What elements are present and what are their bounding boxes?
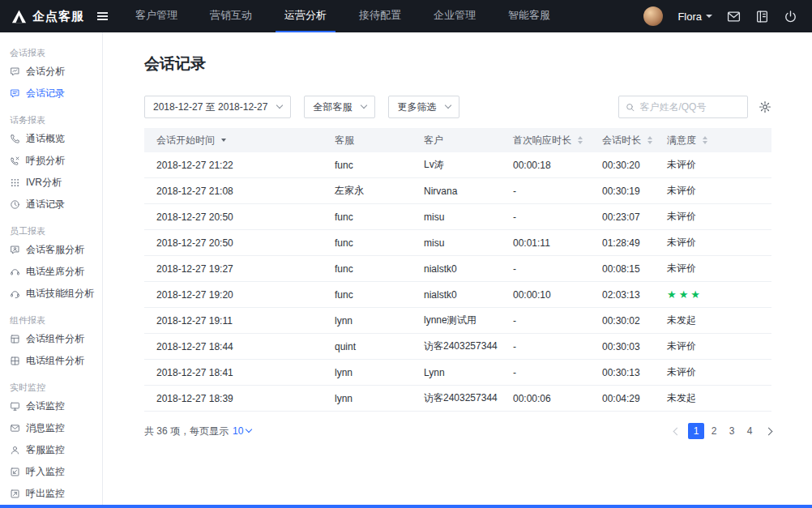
- menu-hamburger-icon[interactable]: [94, 9, 111, 23]
- sidebar-item[interactable]: 呼入监控: [0, 461, 102, 483]
- cell-duration: 00:30:20: [590, 160, 655, 171]
- page-number-3[interactable]: 3: [724, 423, 740, 439]
- cell-satisfaction: ★★★: [655, 288, 771, 301]
- logout-power-icon[interactable]: [784, 10, 797, 23]
- table-row[interactable]: 2018-12-27 21:08左家永Nirvana-00:30:19未评价: [144, 178, 771, 204]
- avatar[interactable]: [643, 6, 663, 26]
- cell-customer: 访客2403257344: [412, 339, 501, 353]
- sidebar-item[interactable]: 电话技能组分析: [0, 283, 102, 305]
- sidebar-item[interactable]: IVR分析: [0, 172, 102, 194]
- cell-agent: func: [323, 160, 412, 171]
- cell-customer: misu: [412, 237, 501, 249]
- cell-agent: 左家永: [323, 184, 412, 198]
- topbar-right: Flora: [643, 6, 812, 26]
- sidebar-item[interactable]: 电话组件分析: [0, 350, 102, 372]
- column-header[interactable]: 满意度: [655, 134, 771, 147]
- page-size-value: 10: [233, 425, 243, 437]
- top-nav-item-5[interactable]: 企业管理: [425, 0, 485, 32]
- call-loss-icon: [10, 156, 20, 166]
- column-label: 客服: [335, 134, 354, 147]
- sidebar-item[interactable]: 客服监控: [0, 439, 102, 461]
- cell-agent: func: [323, 263, 412, 275]
- sidebar-item[interactable]: 呼损分析: [0, 150, 102, 172]
- table-row[interactable]: 2018-12-27 20:50funcmisu00:01:1101:28:49…: [144, 230, 771, 256]
- page-title: 会话记录: [144, 53, 771, 75]
- prev-page-icon[interactable]: [673, 427, 682, 435]
- sidebar-item[interactable]: 电话坐席分析: [0, 261, 102, 283]
- cell-first-response: 00:00:10: [501, 289, 590, 301]
- cell-agent: func: [323, 237, 412, 249]
- sidebar-item[interactable]: 会话监控: [0, 395, 102, 417]
- cell-customer: nialstk0: [412, 289, 501, 301]
- table-row[interactable]: 2018-12-27 20:50funcmisu-00:23:07未评价: [144, 204, 771, 230]
- sidebar-item[interactable]: 会话记录: [0, 83, 102, 105]
- cell-first-response: 00:01:11: [501, 237, 590, 249]
- pagination: 1234: [674, 423, 771, 439]
- sidebar-item[interactable]: 会话组件分析: [0, 328, 102, 350]
- sort-icon: [647, 136, 652, 144]
- top-nav-item-3[interactable]: 运营分析: [276, 0, 335, 32]
- column-header[interactable]: 会话开始时间: [144, 134, 323, 147]
- workbench-icon[interactable]: [755, 10, 769, 23]
- cell-satisfaction: 未发起: [655, 314, 771, 327]
- cell-duration: 00:30:03: [590, 341, 655, 352]
- page-number-1[interactable]: 1: [688, 423, 704, 439]
- agent-select[interactable]: 全部客服: [304, 96, 375, 118]
- gear-icon[interactable]: [759, 100, 771, 113]
- page-number-4[interactable]: 4: [741, 423, 758, 439]
- top-nav-item-6[interactable]: 智能客服: [499, 0, 559, 32]
- top-nav-item-1[interactable]: 客户管理: [126, 0, 186, 32]
- sidebar-item[interactable]: 消息监控: [0, 417, 102, 439]
- search-box[interactable]: [618, 96, 748, 118]
- date-range-select[interactable]: 2018-12-27 至 2018-12-27: [144, 96, 291, 118]
- call-overview-icon: [10, 134, 20, 144]
- cell-start-time: 2018-12-27 18:44: [144, 341, 323, 352]
- app-logo[interactable]: 企点客服: [0, 9, 89, 24]
- table-row[interactable]: 2018-12-27 18:39lynn访客240325734400:00:06…: [144, 386, 771, 412]
- sidebar-item[interactable]: 通话概览: [0, 128, 102, 150]
- cell-duration: 02:03:13: [590, 289, 655, 301]
- cell-satisfaction: 未评价: [655, 236, 771, 250]
- sidebar-item-label: IVR分析: [26, 176, 62, 190]
- sidebar-item[interactable]: 通话记录: [0, 194, 102, 216]
- column-header[interactable]: 会话时长: [590, 134, 655, 147]
- topbar: 企点客服 客户管理营销互动运营分析接待配置企业管理智能客服 Flora: [0, 0, 812, 32]
- inbound-monitor-icon: [10, 467, 20, 477]
- sidebar: 会话报表会话分析会话记录话务报表通话概览呼损分析IVR分析通话记录员工报表会话客…: [0, 32, 103, 505]
- top-nav-item-4[interactable]: 接待配置: [350, 0, 410, 32]
- cell-customer: lynne测试用: [412, 314, 501, 327]
- more-filters-select[interactable]: 更多筛选: [388, 96, 459, 118]
- chevron-down-icon: [706, 15, 712, 18]
- cell-first-response: -: [501, 263, 590, 275]
- next-page-icon[interactable]: [765, 427, 773, 435]
- search-input[interactable]: [639, 101, 741, 113]
- chat-component-icon: [10, 334, 20, 344]
- agent-phone-icon: [10, 267, 20, 277]
- mail-icon[interactable]: [727, 10, 741, 23]
- sidebar-item[interactable]: 会话客服分析: [0, 239, 102, 261]
- qidian-logo-icon: [11, 9, 27, 24]
- page-size-select[interactable]: 10: [233, 425, 251, 437]
- sidebar-item[interactable]: 会话分析: [0, 61, 102, 83]
- top-nav-item-2[interactable]: 营销互动: [201, 0, 261, 32]
- sidebar-section-title: 会话报表: [0, 37, 102, 61]
- cell-satisfaction: 未评价: [655, 210, 771, 224]
- cell-start-time: 2018-12-27 20:50: [144, 237, 323, 249]
- cell-start-time: 2018-12-27 19:20: [144, 289, 323, 301]
- agent-select-value: 全部客服: [313, 100, 352, 114]
- sidebar-item[interactable]: 呼出监控: [0, 483, 102, 505]
- table-row[interactable]: 2018-12-27 21:22funcLv涛00:00:1800:30:20未…: [144, 152, 771, 178]
- cell-first-response: 00:00:18: [501, 160, 590, 171]
- column-header[interactable]: 首次响应时长: [501, 134, 590, 147]
- table-row[interactable]: 2018-12-27 19:11lynnlynne测试用-00:30:02未发起: [144, 308, 771, 334]
- table-body: 2018-12-27 21:22funcLv涛00:00:1800:30:20未…: [144, 152, 771, 412]
- table-row[interactable]: 2018-12-27 19:20funcnialstk000:00:1002:0…: [144, 282, 771, 308]
- column-label: 首次响应时长: [513, 134, 571, 147]
- cell-duration: 01:28:49: [590, 237, 655, 249]
- table-row[interactable]: 2018-12-27 18:44quint访客2403257344-00:30:…: [144, 334, 771, 360]
- table-row[interactable]: 2018-12-27 19:27funcnialstk0-00:08:15未评价: [144, 256, 771, 282]
- cell-start-time: 2018-12-27 19:27: [144, 263, 323, 275]
- page-number-2[interactable]: 2: [706, 423, 722, 439]
- table-row[interactable]: 2018-12-27 18:41lynnLynn-00:30:13未评价: [144, 360, 771, 386]
- user-menu[interactable]: Flora: [677, 11, 712, 23]
